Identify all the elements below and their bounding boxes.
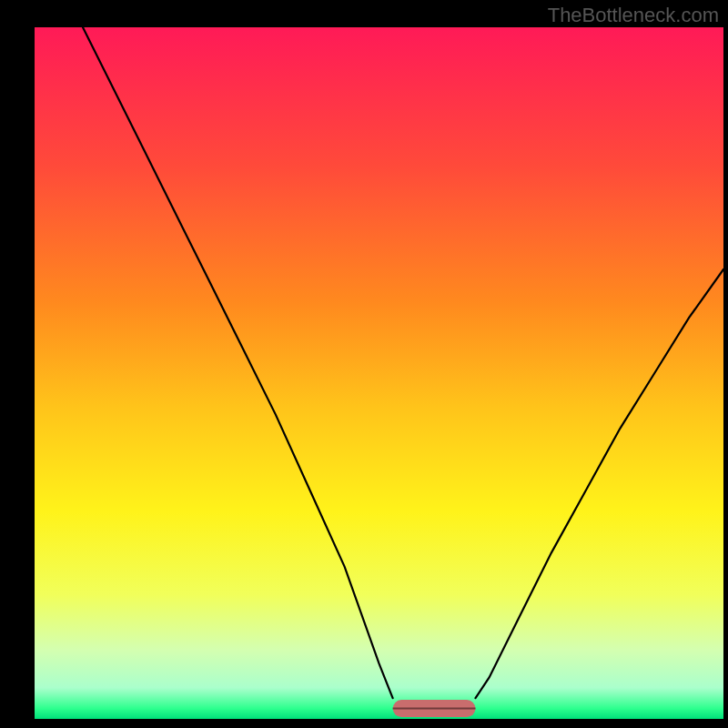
chart-svg [0,0,728,728]
chart-plot-area [35,27,723,719]
watermark-text: TheBottleneck.com [548,4,719,27]
chart-container [0,0,728,728]
